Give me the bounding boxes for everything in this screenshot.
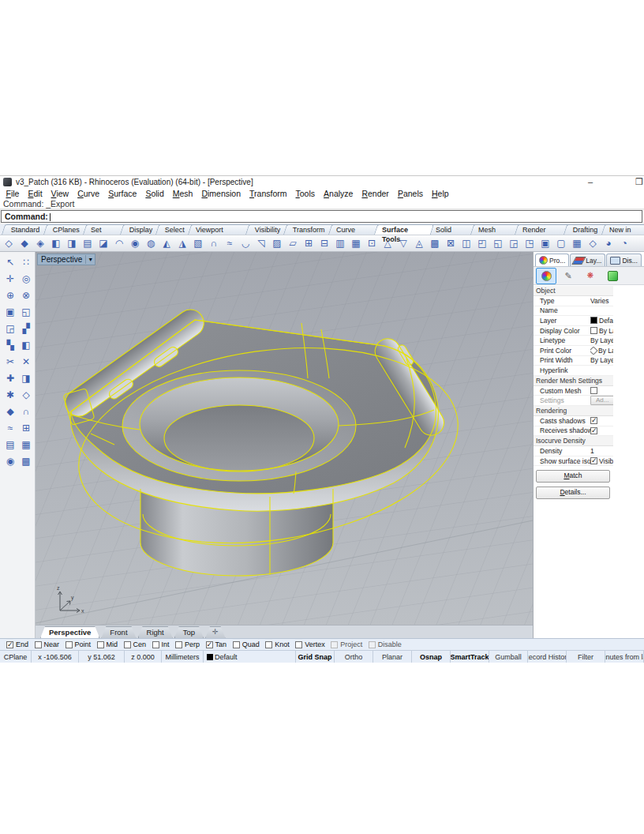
sidebar-icon-select[interactable]: ↖ [2, 254, 18, 271]
toolbar-icon-match-surface[interactable]: ⊞ [303, 237, 314, 250]
command-input[interactable]: Command: [1, 210, 642, 223]
sidebar-icon-explode[interactable]: ✱ [2, 387, 18, 404]
osnap-mid[interactable]: Mid [97, 641, 118, 648]
texture-mapping-page-button[interactable]: ❋ [580, 268, 601, 284]
linetype-dropdown[interactable]: By Layer [590, 336, 613, 344]
toolbar-icon-revolve[interactable]: ◉ [129, 237, 140, 250]
sidebar-icon-mirror[interactable]: ▚ [2, 337, 18, 354]
cplane-cell[interactable]: CPlane [0, 651, 32, 663]
osnap-checkbox[interactable] [233, 641, 240, 648]
toolbar-tab-surface-tools[interactable]: Surface Tools [374, 224, 434, 235]
menu-item[interactable]: Panels [393, 189, 427, 198]
osnap-end[interactable]: End [6, 641, 28, 648]
sidebar-icon-surface-tools[interactable]: ⊞ [18, 420, 34, 437]
osnap-checkbox[interactable] [369, 641, 376, 648]
toolbar-tab-viewport-layout[interactable]: Viewport Layout [188, 224, 252, 235]
receives-shadows-checkbox[interactable] [590, 427, 597, 434]
match-button[interactable]: Match [536, 470, 610, 483]
object-properties-page-button[interactable] [536, 268, 556, 284]
toolbar-icon-chamfer-surface[interactable]: ◹ [256, 237, 267, 250]
toolbar-icon-shrink-trimmed-surface[interactable]: ◫ [461, 237, 472, 250]
osnap-checkbox[interactable] [295, 641, 302, 648]
menu-item[interactable]: Surface [104, 189, 141, 198]
toolbar-icon-edge-curves[interactable]: ◧ [51, 237, 62, 250]
display-color-dropdown[interactable]: By La... [590, 327, 613, 335]
material-page-button[interactable]: ✎ [558, 268, 578, 284]
toolbar-tab-solid-tools[interactable]: Solid Tools [427, 224, 476, 235]
current-layer-cell[interactable]: Default [204, 651, 296, 663]
status-pane-osnap[interactable]: Osnap [412, 651, 451, 663]
toolbar-icon-sweep-1-rail[interactable]: ◭ [161, 237, 172, 250]
minimize-button[interactable]: – [581, 176, 600, 188]
sidebar-icon-control-points[interactable]: ◎ [18, 271, 34, 287]
menu-item[interactable]: Curve [73, 189, 104, 198]
sidebar-icon-lock[interactable]: ⊗ [18, 287, 34, 304]
toolbar-icon-loft[interactable]: ◠ [114, 237, 125, 250]
osnap-cen[interactable]: Cen [124, 641, 147, 648]
menu-item[interactable]: Solid [141, 189, 168, 198]
sidebar-icon-curve-tools[interactable]: ≈ [2, 420, 18, 437]
sidebar-icon-extend[interactable]: ◇ [18, 387, 34, 404]
toolbar-icon-refit-trim[interactable]: ⊠ [445, 237, 456, 250]
osnap-checkbox[interactable] [124, 641, 131, 648]
sidebar-icon-visibility[interactable]: ⊕ [2, 287, 18, 304]
toolbar-icon-curvature-analysis[interactable]: ◕ [603, 237, 614, 250]
custom-mesh-checkbox[interactable] [590, 387, 597, 394]
viewport-tab-front[interactable]: Front [101, 626, 136, 638]
osnap-checkbox[interactable] [35, 641, 42, 648]
osnap-checkbox[interactable] [331, 641, 338, 648]
toolbar-icon-surface-3pt[interactable]: ◇ [3, 237, 14, 250]
osnap-project[interactable]: Project [331, 641, 362, 648]
status-pane-grid-snap[interactable]: Grid Snap [296, 651, 335, 663]
perspective-viewport[interactable]: Perspective ▼ z y x [36, 252, 533, 625]
casts-shadows-checkbox[interactable] [590, 417, 597, 424]
toolbar-icon-merge-surfaces[interactable]: ⊟ [319, 237, 330, 250]
toolbar-icon-extrude-curve[interactable]: ◪ [98, 237, 109, 250]
toolbar-icon-planar-curves[interactable]: ◨ [66, 237, 77, 250]
toolbar-tab-mesh-tools[interactable]: Mesh Tools [470, 224, 521, 235]
status-pane-minutes-from-las[interactable]: Minutes from las [605, 651, 644, 663]
sidebar-icon-grid-options[interactable]: ▩ [18, 453, 34, 470]
sidebar-icon-split[interactable]: ✕ [18, 354, 34, 370]
osnap-checkbox[interactable] [97, 641, 104, 648]
sidebar-icon-fillet[interactable]: ◆ [2, 404, 18, 420]
menu-item[interactable]: Mesh [168, 189, 197, 198]
menu-item[interactable]: Tools [291, 189, 320, 198]
toolbar-icon-rail-revolve[interactable]: ◍ [145, 237, 156, 250]
units-cell[interactable]: Millimeters [162, 651, 204, 663]
toolbar-icon-direction-analysis[interactable]: ◔ [619, 237, 630, 250]
menu-item[interactable]: Render [358, 189, 393, 198]
toolbar-icon-fillet-surface[interactable]: ◡ [240, 237, 251, 250]
toolbar-icon-patch[interactable]: ▧ [193, 237, 204, 250]
status-pane-planar[interactable]: Planar [373, 651, 412, 663]
toolbar-icon-network-surface[interactable]: ▤ [82, 237, 93, 250]
show-isocurve-checkbox[interactable] [590, 457, 597, 464]
sidebar-icon-trim[interactable]: ✂ [2, 354, 18, 370]
toolbar-icon-offset-surface[interactable]: ▱ [287, 237, 298, 250]
toolbar-icon-surface-corner-points[interactable]: ◈ [35, 237, 46, 250]
osnap-int[interactable]: Int [152, 641, 170, 648]
toolbar-tab-curve-tools[interactable]: Curve Tools [328, 224, 380, 235]
sidebar-icon-mesh-tools[interactable]: ▦ [18, 437, 34, 453]
viewport-tab-right[interactable]: Right [138, 626, 173, 638]
density-field[interactable]: 1 [590, 447, 613, 455]
sidebar-icon-selection-filter[interactable]: ∷ [18, 254, 34, 271]
toolbar-icon-extend-surface[interactable]: ▦ [350, 237, 361, 250]
sidebar-icon-point-edit[interactable]: ✛ [2, 271, 18, 287]
toolbar-icon-split-surface[interactable]: ◱ [492, 237, 504, 250]
osnap-knot[interactable]: Knot [265, 641, 290, 648]
toolbar-tab-standard[interactable]: Standard [2, 224, 50, 235]
osnap-checkbox[interactable] [175, 641, 182, 648]
toolbar-tab-transform[interactable]: Transform [283, 224, 335, 235]
toolbar-icon-fit-surface[interactable]: ⊡ [366, 237, 377, 250]
osnap-checkbox[interactable] [66, 641, 73, 648]
menu-item[interactable]: Edit [24, 189, 47, 198]
toolbar-icon-drape[interactable]: ∩ [208, 237, 219, 250]
tab-display[interactable]: Dis... [606, 254, 641, 266]
status-pane-filter[interactable]: Filter [567, 651, 605, 663]
status-pane-record-history[interactable]: Record History [528, 651, 567, 663]
osnap-disable[interactable]: Disable [369, 641, 402, 648]
toolbar-tab-new-in-v5[interactable]: New in V5 [601, 224, 644, 235]
viewport-title[interactable]: Perspective ▼ [37, 254, 95, 265]
toolbar-icon-surface-4pt[interactable]: ◆ [19, 237, 30, 250]
